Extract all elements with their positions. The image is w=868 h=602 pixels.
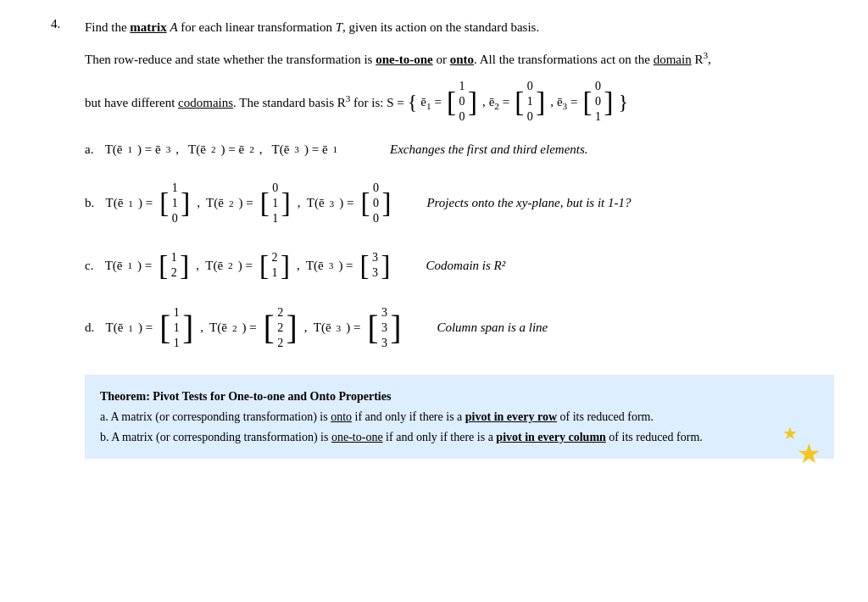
part-d-row: d. T(ē1) = [ 1 1 1 ] , T(ē2) = [	[85, 305, 834, 352]
part-d-m3: [ 3 3 3 ]	[367, 305, 401, 352]
e1-label: ē1 =	[420, 89, 442, 116]
theorem-container: Theorem: Pivot Tests for One-to-one and …	[85, 375, 834, 459]
theorem-title: Theorem: Pivot Tests for One-to-one and …	[100, 387, 819, 407]
matrix-col: 1 0 0	[456, 79, 468, 125]
bracket-left: [	[447, 88, 456, 116]
part-d-m1: [ 1 1 1 ]	[159, 305, 193, 352]
part-c-m3: [ 3 3 ]	[360, 250, 391, 281]
part-b-math: b. T(ē1) = [ 1 1 0 ] , T(ē2) = [	[85, 181, 392, 227]
part-b-m1: [ 1 1 0 ]	[159, 181, 190, 227]
set-close-brace: }	[618, 81, 628, 122]
problem-line1: Find the matrix A for each linear transf…	[85, 17, 834, 39]
e3-label: ē3 =	[557, 89, 578, 116]
theorem-line-b: b. A matrix (or corresponding transforma…	[100, 427, 819, 448]
part-d-math: d. T(ē1) = [ 1 1 1 ] , T(ē2) = [	[85, 305, 403, 352]
theorem-line-a: a. A matrix (or corresponding transforma…	[100, 407, 819, 427]
part-a-label: a.	[85, 142, 93, 157]
part-b-row: b. T(ē1) = [ 1 1 0 ] , T(ē2) = [	[85, 181, 834, 227]
bracket-left: [	[515, 88, 524, 116]
part-b-label: b.	[85, 196, 94, 210]
part-b-m2: [ 0 1 1 ]	[260, 181, 291, 227]
problem-number: 4.	[51, 17, 75, 31]
bracket-right: ]	[536, 88, 545, 116]
part-a-desc: Exchanges the first and third elements.	[390, 142, 588, 157]
comma1: ,	[482, 89, 486, 114]
problem-line2: Then row-reduce and state whether the tr…	[85, 47, 834, 71]
part-c-m2: [ 2 1 ]	[259, 250, 290, 281]
bracket-right: ]	[604, 88, 613, 116]
set-open-brace: {	[408, 81, 418, 122]
basis-line: but have different codomains. The standa…	[85, 79, 834, 125]
theorem-box: Theorem: Pivot Tests for One-to-one and …	[85, 375, 834, 459]
part-c-row: c. T(ē1) = [ 1 2 ] , T(ē2) = [	[85, 250, 834, 281]
bracket-right: ]	[468, 88, 477, 116]
part-a-math: a. T(ē1) = ē3, T(ē2) = ē2, T(ē3) = ē1	[85, 142, 356, 157]
bracket-left: [	[582, 88, 592, 116]
part-a-row: a. T(ē1) = ē3, T(ē2) = ē2, T(ē3) = ē1 Ex…	[85, 142, 834, 157]
basis-text-pre: but have different codomains. The standa…	[85, 89, 404, 115]
matrix-cols: 0 1 0	[524, 79, 536, 125]
part-c-desc: Codomain is R²	[426, 259, 506, 273]
part-b-desc: Projects onto the xy-plane, but is it 1-…	[426, 196, 631, 210]
e1-matrix: [ 1 0 0 ]	[447, 79, 477, 125]
matrix-col: 0 1 0	[524, 79, 536, 125]
problem-content: Find the matrix A for each linear transf…	[85, 17, 834, 459]
one-to-one-keyword: one-to-one	[376, 53, 433, 66]
matrix-col: 0 0 1	[592, 79, 604, 125]
comma2: ,	[550, 89, 554, 114]
e2-label: ē2 =	[489, 89, 510, 116]
part-c-m1: [ 1 2 ]	[159, 250, 189, 281]
onto-keyword: onto	[450, 53, 474, 66]
e3-matrix: [ 0 0 1 ]	[582, 79, 613, 125]
part-b-m3: [ 0 0 0 ]	[360, 181, 391, 227]
part-d-desc: Column span is a line	[437, 321, 548, 335]
part-c-label: c.	[85, 259, 93, 273]
part-d-label: d.	[85, 321, 94, 335]
problem-container: 4. Find the matrix A for each linear tra…	[51, 17, 834, 459]
matrix-cols: 0 0 1	[592, 79, 604, 125]
part-d-m2: [ 2 2 2 ]	[264, 305, 298, 352]
domain-keyword: domain	[654, 53, 692, 66]
matrix-keyword: matrix	[130, 20, 166, 34]
part-c-math: c. T(ē1) = [ 1 2 ] , T(ē2) = [	[85, 250, 392, 281]
star-decoration: ★ ★	[797, 440, 821, 467]
matrix-cols: 1 0 0	[456, 79, 468, 125]
e2-matrix: [ 0 1 0 ]	[515, 79, 545, 125]
